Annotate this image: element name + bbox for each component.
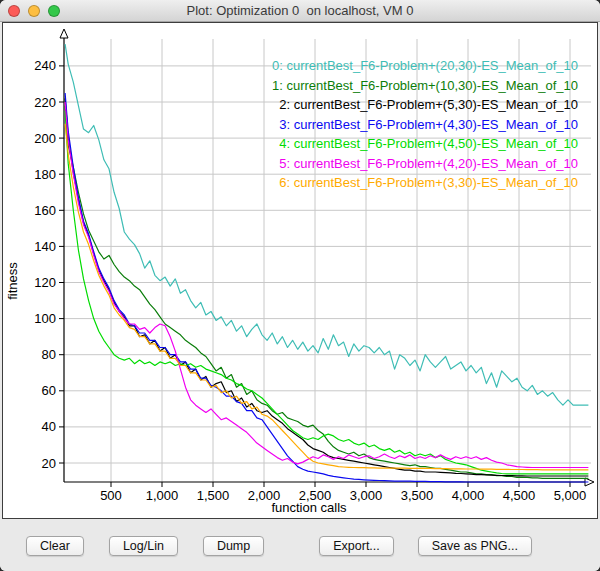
- x-tick-label: 1,500: [197, 488, 230, 503]
- y-tick-label: 100: [34, 311, 56, 326]
- x-axis-label: function calls: [271, 500, 347, 515]
- save-as-png-button[interactable]: Save as PNG...: [418, 536, 532, 556]
- x-tick-label: 500: [100, 488, 122, 503]
- x-tick-label: 4,500: [503, 488, 536, 503]
- window-title: Plot: Optimization 0 on localhost, VM 0: [0, 0, 600, 22]
- y-tick-label: 60: [42, 383, 56, 398]
- legend-entry-5: 5: currentBest_F6-Problem+(4,20)-ES_Mean…: [279, 156, 578, 171]
- y-tick-label: 80: [42, 347, 56, 362]
- y-axis-label: fitness: [5, 262, 20, 300]
- button-bar: Clear Log/Lin Dump Export... Save as PNG…: [0, 519, 600, 571]
- legend-entry-1: 1: currentBest_F6-Problem+(10,30)-ES_Mea…: [272, 78, 578, 93]
- x-tick-label: 5,000: [554, 488, 587, 503]
- log-lin-button[interactable]: Log/Lin: [109, 536, 178, 556]
- plot-window: Plot: Optimization 0 on localhost, VM 0 …: [0, 0, 600, 571]
- legend-entry-3: 3: currentBest_F6-Problem+(4,30)-ES_Mean…: [279, 117, 578, 132]
- x-tick-label: 4,000: [452, 488, 485, 503]
- y-tick-label: 120: [34, 275, 56, 290]
- x-tick-label: 1,000: [146, 488, 179, 503]
- legend-entry-4: 4: currentBest_F6-Problem+(4,50)-ES_Mean…: [279, 136, 578, 151]
- y-tick-label: 220: [34, 95, 56, 110]
- y-tick-label: 200: [34, 131, 56, 146]
- y-tick-label: 160: [34, 203, 56, 218]
- y-tick-label: 180: [34, 167, 56, 182]
- legend: 0: currentBest_F6-Problem+(20,30)-ES_Mea…: [272, 58, 578, 190]
- y-tick-label: 240: [34, 58, 56, 73]
- y-axis-arrow-icon: [60, 29, 68, 38]
- y-tick-label: 40: [42, 419, 56, 434]
- titlebar[interactable]: Plot: Optimization 0 on localhost, VM 0: [0, 0, 600, 22]
- export-button[interactable]: Export...: [319, 536, 394, 556]
- plot-panel: 204060801001201401601802002202405001,000…: [2, 22, 598, 519]
- legend-entry-6: 6: currentBest_F6-Problem+(3,30)-ES_Mean…: [279, 175, 578, 190]
- y-tick-label: 20: [42, 456, 56, 471]
- clear-button[interactable]: Clear: [26, 536, 84, 556]
- legend-entry-2: 2: currentBest_F6-Problem+(5,30)-ES_Mean…: [279, 97, 578, 112]
- x-tick-label: 3,500: [401, 488, 434, 503]
- x-tick-label: 3,000: [350, 488, 383, 503]
- dump-button[interactable]: Dump: [203, 536, 264, 556]
- y-tick-label: 140: [34, 239, 56, 254]
- legend-entry-0: 0: currentBest_F6-Problem+(20,30)-ES_Mea…: [272, 58, 578, 73]
- curve-3: [65, 93, 588, 482]
- plot-canvas: 204060801001201401601802002202405001,000…: [3, 23, 597, 518]
